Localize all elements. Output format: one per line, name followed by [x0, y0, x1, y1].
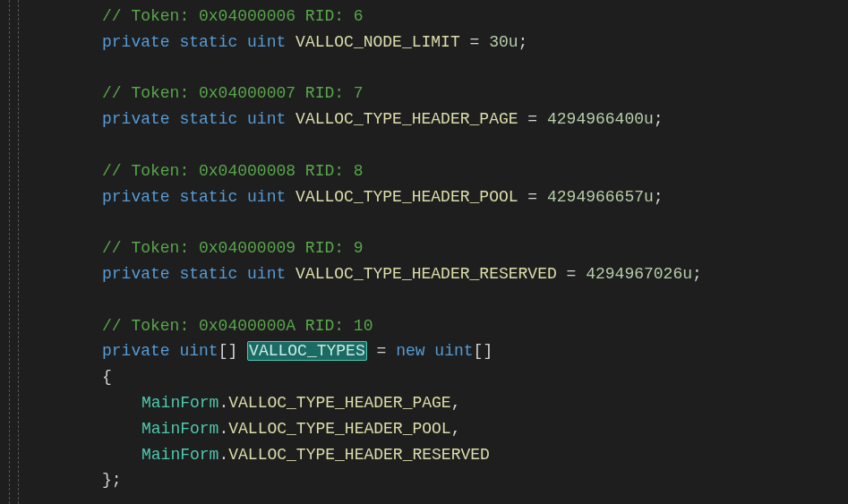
code-token: . — [218, 394, 228, 412]
code-token — [286, 33, 296, 51]
code-token — [237, 342, 247, 360]
code-token: static — [179, 110, 237, 128]
code-token: ; — [692, 265, 702, 283]
code-token: uint — [247, 33, 286, 51]
code-token: VALLOC_TYPE_HEADER_RESERVED — [228, 446, 490, 464]
code-token: // Token: 0x0400000A RID: 10 — [102, 317, 373, 335]
code-token: = — [527, 110, 537, 128]
code-line: // Token: 0x04000009 RID: 9 — [25, 235, 702, 261]
code-token — [170, 110, 180, 128]
code-token: uint — [247, 110, 286, 128]
code-token — [237, 265, 247, 283]
code-token: // Token: 0x04000006 RID: 6 — [102, 7, 364, 25]
code-token: = — [377, 342, 387, 360]
code-area[interactable]: // Token: 0x04000006 RID: 6private stati… — [25, 0, 702, 504]
code-token: = — [470, 33, 480, 51]
code-token: [] — [218, 342, 238, 360]
code-line: // Token: 0x04000007 RID: 7 — [25, 81, 702, 107]
code-token — [170, 265, 180, 283]
code-line: MainForm.VALLOC_TYPE_HEADER_POOL, — [25, 416, 702, 442]
code-token: . — [218, 420, 228, 438]
code-line: private static uint VALLOC_TYPE_HEADER_R… — [25, 261, 702, 287]
code-token — [460, 33, 470, 51]
code-token: 4294967026u — [586, 265, 692, 283]
code-line: MainForm.VALLOC_TYPE_HEADER_RESERVED — [25, 442, 702, 468]
code-token — [557, 265, 567, 283]
code-token: , — [451, 394, 461, 412]
code-token — [286, 188, 296, 206]
fold-guide-line — [9, 0, 10, 504]
code-token: VALLOC_TYPES — [247, 341, 367, 361]
code-line: private uint[] VALLOC_TYPES = new uint[] — [25, 338, 702, 364]
code-token — [286, 265, 296, 283]
code-token — [367, 342, 377, 360]
code-token: [] — [474, 342, 493, 360]
code-token: private — [102, 265, 170, 283]
code-token — [537, 110, 547, 128]
code-token — [237, 188, 247, 206]
code-line — [25, 56, 702, 81]
code-editor: // Token: 0x04000006 RID: 6private stati… — [0, 0, 848, 504]
code-token: { — [102, 368, 112, 386]
code-token: VALLOC_TYPE_HEADER_POOL — [296, 188, 518, 206]
code-token: private — [102, 188, 170, 206]
code-token: // Token: 0x04000007 RID: 7 — [102, 84, 364, 102]
code-token: VALLOC_TYPE_HEADER_PAGE — [296, 110, 518, 128]
code-token: uint — [179, 342, 218, 360]
code-line: // Token: 0x04000006 RID: 6 — [25, 4, 702, 30]
code-line: MainForm.VALLOC_TYPE_HEADER_PAGE, — [25, 390, 702, 416]
code-token — [386, 342, 396, 360]
code-token: new — [396, 342, 424, 360]
code-token: 30u — [489, 33, 518, 51]
code-token: MainForm — [141, 446, 218, 464]
code-token: VALLOC_NODE_LIMIT — [296, 33, 460, 51]
code-line — [25, 287, 702, 313]
code-line: { — [25, 364, 702, 390]
code-token: VALLOC_TYPE_HEADER_POOL — [228, 420, 450, 438]
code-token — [576, 265, 586, 283]
code-token: ; — [654, 110, 664, 128]
code-token — [518, 188, 528, 206]
code-token: uint — [247, 265, 286, 283]
code-token: . — [218, 446, 228, 464]
code-token: 4294966400u — [547, 110, 654, 128]
code-token: VALLOC_TYPE_HEADER_RESERVED — [296, 265, 557, 283]
code-token — [170, 342, 180, 360]
code-line: private static uint VALLOC_TYPE_HEADER_P… — [25, 107, 702, 132]
code-token: ; — [518, 33, 528, 51]
code-token: private — [102, 33, 170, 51]
code-line — [25, 209, 702, 235]
code-line: private static uint VALLOC_NODE_LIMIT = … — [25, 30, 702, 56]
code-token — [479, 33, 489, 51]
code-token: private — [102, 342, 170, 360]
code-token — [170, 33, 180, 51]
code-token — [237, 110, 247, 128]
code-token: MainForm — [141, 420, 218, 438]
code-token: }; — [102, 471, 122, 489]
code-line: // Token: 0x04000008 RID: 8 — [25, 158, 702, 184]
code-token — [237, 33, 247, 51]
code-token: VALLOC_TYPE_HEADER_PAGE — [228, 394, 450, 412]
code-token — [518, 110, 528, 128]
code-token: static — [179, 265, 237, 283]
code-line: }; — [25, 467, 702, 493]
code-line — [25, 132, 702, 158]
code-line: // Token: 0x0400000A RID: 10 — [25, 313, 702, 339]
code-token — [286, 110, 296, 128]
code-token: uint — [247, 188, 286, 206]
code-token — [537, 188, 547, 206]
code-token: // Token: 0x04000008 RID: 8 — [102, 162, 364, 180]
code-token: static — [179, 188, 237, 206]
code-token: MainForm — [141, 394, 218, 412]
code-line: private static uint VALLOC_TYPE_HEADER_P… — [25, 184, 702, 210]
code-token — [170, 188, 180, 206]
code-token: = — [527, 188, 537, 206]
code-token: = — [567, 265, 577, 283]
code-token: // Token: 0x04000009 RID: 9 — [102, 239, 364, 257]
code-token: private — [102, 110, 170, 128]
code-token: ; — [654, 188, 664, 206]
code-token: static — [179, 33, 237, 51]
code-token: 4294966657u — [547, 188, 654, 206]
fold-guide-line — [18, 0, 19, 504]
code-token: , — [451, 420, 461, 438]
